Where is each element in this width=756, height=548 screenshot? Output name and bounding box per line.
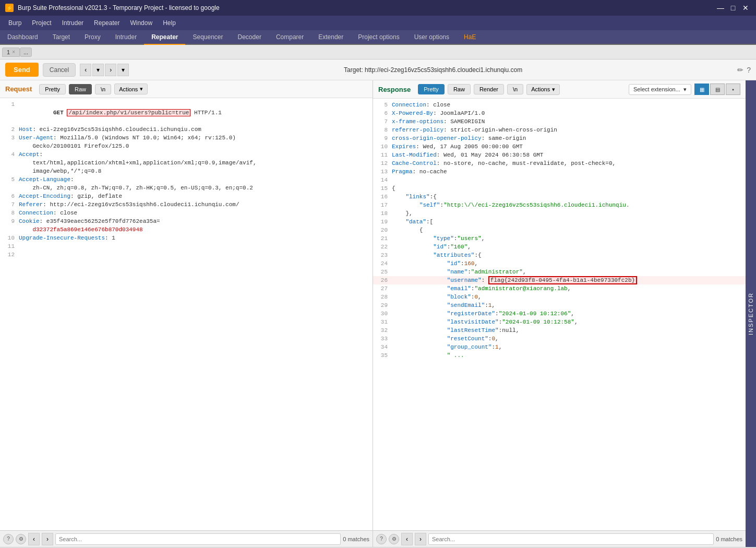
request-actions-label: Actions: [119, 86, 138, 92]
select-extension-button[interactable]: Select extension... ▾: [629, 84, 691, 95]
response-tab-pretty[interactable]: Pretty: [418, 84, 445, 94]
edit-icon[interactable]: ✏: [737, 66, 743, 74]
nav-tabs: Dashboard Target Proxy Intruder Repeater…: [0, 30, 756, 45]
code-line-2: 2 Host: eci-2zeg16vz5cs53siqshh6.cloudec…: [0, 125, 373, 134]
tab-decoder[interactable]: Decoder: [231, 30, 269, 45]
response-code-area[interactable]: 5 Connection: close 6 X-Powered-By: Joom…: [373, 99, 746, 530]
toolbar: Send Cancel ‹ ▾ › ▾ Target: http://eci-2…: [0, 59, 756, 80]
request-search-settings[interactable]: ⚙: [16, 534, 26, 544]
send-button[interactable]: Send: [5, 63, 39, 77]
inspector-label[interactable]: INSPECTOR: [748, 292, 754, 335]
resp-line-34: 34 "group_count":1,: [373, 343, 746, 351]
resp-line-12: 12 Cache-Control: no-store, no-cache, mu…: [373, 159, 746, 168]
resp-line-14: 14: [373, 176, 746, 184]
tab-proxy[interactable]: Proxy: [77, 30, 108, 45]
tab-project-options[interactable]: Project options: [351, 30, 406, 45]
tab-hae[interactable]: HaE: [457, 30, 483, 45]
repeater-tab-more[interactable]: ...: [20, 47, 32, 57]
tab-sequencer[interactable]: Sequencer: [185, 30, 230, 45]
code-line-9: 9 Cookie: e35f439eaec56252e5f70fd7762ea3…: [0, 217, 373, 225]
help-icon[interactable]: ?: [747, 66, 751, 74]
nav-next-button[interactable]: ›: [105, 64, 116, 76]
nav-next-drop-button[interactable]: ▾: [117, 64, 129, 76]
menu-help[interactable]: Help: [159, 18, 180, 28]
request-tab-n[interactable]: \n: [95, 84, 111, 94]
menu-intruder[interactable]: Intruder: [58, 18, 88, 28]
code-line-8: 8 Connection: close: [0, 209, 373, 217]
minimize-button[interactable]: —: [715, 3, 726, 13]
tab-user-options[interactable]: User options: [407, 30, 457, 45]
code-line-10: 10 Upgrade-Insecure-Requests: 1: [0, 234, 373, 242]
request-code-area[interactable]: 1 GET /api/index.php/v1/users?public=tru…: [0, 98, 373, 530]
request-search-help[interactable]: ?: [3, 534, 14, 544]
tab-dashboard[interactable]: Dashboard: [0, 30, 45, 45]
request-panel-header: Request Pretty Raw \n Actions ▾: [0, 80, 373, 98]
resp-line-9: 9 cross-origin-opener-policy: same-origi…: [373, 134, 746, 142]
menu-window[interactable]: Window: [126, 18, 157, 28]
menu-repeater[interactable]: Repeater: [90, 18, 124, 28]
resp-line-28: 28 "block":0,: [373, 293, 746, 301]
title-bar-left: ⚡ Burp Suite Professional v2021.3 - Temp…: [5, 4, 220, 12]
menu-project[interactable]: Project: [28, 18, 55, 28]
resp-line-24: 24 "id":160,: [373, 259, 746, 268]
response-search-prev[interactable]: ‹: [401, 533, 413, 545]
menu-bar: Burp Project Intruder Repeater Window He…: [0, 16, 756, 30]
maximize-button[interactable]: □: [728, 3, 738, 13]
view-single[interactable]: ▪: [726, 84, 740, 95]
nav-buttons: ‹ ▾ › ▾: [80, 64, 129, 76]
response-search-input[interactable]: [428, 533, 714, 545]
http-method: GET: [53, 110, 67, 116]
repeater-tabs: 1 × ...: [0, 45, 756, 59]
resp-line-7: 7 x-frame-options: SAMEORIGIN: [373, 117, 746, 126]
request-search-prev[interactable]: ‹: [28, 533, 40, 545]
resp-line-19: 19 "data":[: [373, 218, 746, 226]
cancel-button[interactable]: Cancel: [43, 63, 76, 77]
request-search-next[interactable]: ›: [42, 533, 53, 545]
request-actions-button[interactable]: Actions ▾: [114, 84, 148, 94]
response-search-settings[interactable]: ⚙: [389, 534, 399, 544]
resp-line-31: 31 "lastvisitDate":"2024-01-09 10:12:58"…: [373, 318, 746, 326]
resp-line-23: 23 "attributes":{: [373, 251, 746, 259]
response-search-next[interactable]: ›: [415, 533, 426, 545]
request-search-input[interactable]: [55, 533, 341, 545]
view-split-horiz[interactable]: ▦: [694, 84, 709, 95]
tab-comparer[interactable]: Comparer: [269, 30, 311, 45]
resp-line-30: 30 "registerDate":"2024-01-09 10:12:06",: [373, 309, 746, 318]
title-bar-controls: — □ ✕: [715, 3, 751, 13]
resp-line-16: 16 "links":{: [373, 193, 746, 201]
response-tab-raw[interactable]: Raw: [448, 84, 471, 94]
view-split-vert[interactable]: ▤: [710, 84, 725, 95]
repeater-tab-1-label: 1: [7, 49, 10, 55]
target-label: Target: http://eci-2zeg16vz5cs53siqshh6.…: [133, 66, 733, 74]
request-actions-chevron: ▾: [140, 86, 143, 92]
tab-intruder[interactable]: Intruder: [108, 30, 144, 45]
response-title: Response: [378, 86, 411, 93]
menu-burp[interactable]: Burp: [4, 18, 26, 28]
resp-line-13: 13 Pragma: no-cache: [373, 168, 746, 176]
resp-line-21: 21 "type":"users",: [373, 234, 746, 243]
response-actions-label: Actions: [531, 86, 550, 92]
response-actions-button[interactable]: Actions ▾: [526, 84, 560, 95]
code-line-5: 5 Accept-Language:: [0, 175, 373, 184]
request-title: Request: [5, 85, 32, 93]
tab-extender[interactable]: Extender: [311, 30, 351, 45]
request-tab-pretty[interactable]: Pretty: [39, 84, 66, 94]
tab-target[interactable]: Target: [45, 30, 77, 45]
resp-line-32: 32 "lastResetTime":null,: [373, 326, 746, 335]
nav-prev-drop-button[interactable]: ▾: [92, 64, 104, 76]
nav-prev-button[interactable]: ‹: [80, 64, 91, 76]
response-tab-n[interactable]: \n: [507, 84, 523, 94]
request-matches-text: 0 matches: [343, 536, 369, 542]
close-button[interactable]: ✕: [740, 3, 751, 13]
code-line-3-cont: Gecko/20100101 Firefox/125.0: [0, 142, 373, 150]
repeater-tab-1-close[interactable]: ×: [12, 49, 15, 55]
response-search-help[interactable]: ?: [376, 534, 387, 544]
repeater-tab-1[interactable]: 1 ×: [2, 47, 20, 57]
resp-line-11: 11 Last-Modified: Wed, 01 May 2024 06:30…: [373, 151, 746, 159]
inspector-sidebar[interactable]: INSPECTOR: [746, 80, 756, 547]
resp-line-17: 17 "self":"http:\/\/eci-2zeg16vz5cs53siq…: [373, 201, 746, 209]
tab-repeater[interactable]: Repeater: [144, 30, 185, 45]
request-search-bar: ? ⚙ ‹ › 0 matches: [0, 530, 373, 547]
response-tab-render[interactable]: Render: [474, 84, 504, 94]
request-tab-raw[interactable]: Raw: [69, 84, 92, 94]
